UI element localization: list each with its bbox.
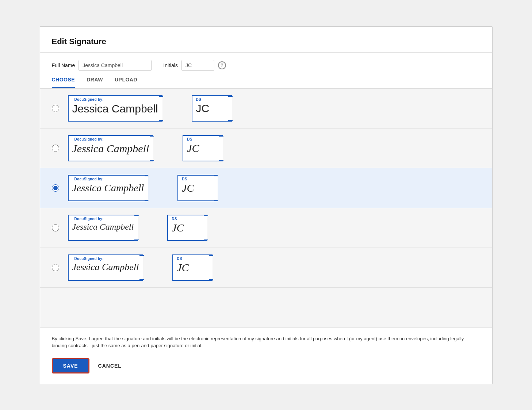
tab-choose[interactable]: CHOOSE [52,77,75,88]
footer-buttons: SAVE CANCEL [40,354,492,384]
ds-label-4: DS [172,217,203,221]
docusigned-label-4: DocuSigned by: [72,217,134,221]
sig-content-1: DocuSigned by: Jessica Campbell DS JC [68,95,481,122]
signature-row-4[interactable]: DocuSigned by: Jessica Campbell DS JC [40,208,492,248]
ds-label-2: DS [187,137,218,141]
footer-text: By clicking Save, I agree that the signa… [40,327,492,354]
modal-header: Edit Signature [40,27,492,53]
docusigned-label-1: DocuSigned by: [72,97,158,101]
signature-radio-1[interactable] [52,105,59,112]
initials-text-3: JC [182,182,213,194]
signature-radio-3[interactable] [52,184,59,192]
cancel-button[interactable]: CANCEL [98,363,122,369]
sig-name-4: Jessica Campbell [72,222,134,232]
save-button[interactable]: SAVE [52,358,89,373]
docusigned-label-5: DocuSigned by: [72,257,139,261]
full-name-input[interactable] [79,60,152,71]
initials-text-2: JC [187,142,218,154]
signature-radio-5[interactable] [52,264,59,271]
tabs-row: CHOOSE DRAW UPLOAD [40,71,492,89]
sig-content-3: DocuSigned by: Jessica Campbell DS JC [68,175,481,201]
sig-bracket-2: DocuSigned by: Jessica Campbell [68,135,154,161]
initials-bracket-3: DS JC [177,175,218,201]
fields-row: Full Name Initials ? [40,53,492,71]
sig-name-1: Jessica Campbell [72,102,158,115]
sig-content-2: DocuSigned by: Jessica Campbell DS JC [68,135,481,161]
initials-bracket-4: DS JC [167,215,207,241]
help-icon[interactable]: ? [218,61,226,69]
initials-text-1: JC [196,102,227,115]
tab-upload[interactable]: UPLOAD [115,77,137,88]
signature-row-3[interactable]: DocuSigned by: Jessica Campbell DS JC [40,168,492,208]
docusigned-label-2: DocuSigned by: [72,137,149,141]
sig-bracket-5: DocuSigned by: Jessica Campbell [68,254,143,281]
sig-content-5: DocuSigned by: Jessica Campbell DS JC [68,254,481,281]
initials-label: Initials [163,62,178,68]
full-name-label: Full Name [52,62,75,68]
initials-input[interactable] [181,60,214,71]
docusigned-label-3: DocuSigned by: [72,177,144,181]
signatures-list: DocuSigned by: Jessica Campbell DS JC Do… [40,89,492,327]
sig-name-3: Jessica Campbell [72,182,144,194]
sig-bracket-4: DocuSigned by: Jessica Campbell [68,215,138,241]
initials-text-4: JC [172,222,203,234]
signature-radio-2[interactable] [52,145,59,152]
signature-row-1[interactable]: DocuSigned by: Jessica Campbell DS JC [40,89,492,129]
initials-bracket-1: DS JC [192,95,232,122]
signature-radio-4[interactable] [52,224,59,231]
ds-label-1: DS [196,97,227,101]
sig-bracket-1: DocuSigned by: Jessica Campbell [68,95,162,122]
edit-signature-modal: Edit Signature Full Name Initials ? CHOO… [40,26,493,384]
initials-text-5: JC [177,261,208,274]
initials-bracket-5: DS JC [172,254,213,281]
initials-group: Initials ? [163,60,226,71]
initials-bracket-2: DS JC [183,135,223,161]
ds-label-3: DS [182,177,213,181]
sig-name-5: Jessica Campbell [72,261,139,273]
signature-row-5[interactable]: DocuSigned by: Jessica Campbell DS JC [40,248,492,288]
ds-label-5: DS [177,257,208,261]
tab-draw[interactable]: DRAW [87,77,103,88]
sig-name-2: Jessica Campbell [72,142,149,155]
sig-content-4: DocuSigned by: Jessica Campbell DS JC [68,215,481,241]
sig-bracket-3: DocuSigned by: Jessica Campbell [68,175,149,201]
full-name-group: Full Name [52,60,152,71]
modal-title: Edit Signature [52,37,481,46]
signature-row-2[interactable]: DocuSigned by: Jessica Campbell DS JC [40,129,492,168]
